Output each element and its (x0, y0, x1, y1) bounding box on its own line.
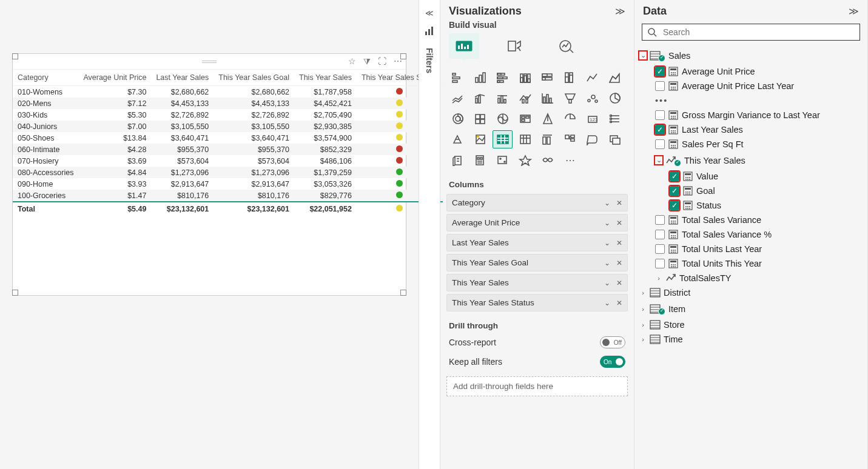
viz-type-29[interactable] (560, 130, 580, 148)
viz-type-21[interactable] (560, 110, 580, 128)
field-node[interactable]: ✓Goal (639, 184, 863, 198)
resize-handle-bl[interactable] (12, 290, 18, 296)
focus-icon[interactable]: ⛶ (378, 56, 386, 67)
viz-type-3[interactable] (515, 68, 535, 87)
viz-type-28[interactable] (537, 130, 557, 148)
viz-type-16[interactable] (448, 110, 468, 128)
table-node[interactable]: ›Store (639, 318, 863, 332)
viz-type-25[interactable] (470, 130, 490, 148)
collapse-icon[interactable]: ≪ (425, 8, 434, 18)
viz-type-24[interactable] (448, 130, 468, 148)
viz-type-5[interactable] (560, 68, 580, 87)
table-row[interactable]: 080-Accessories$4.84$1,273,096$1,273,096… (13, 167, 443, 178)
viz-type-32[interactable] (448, 151, 468, 169)
viz-type-13[interactable] (560, 89, 580, 107)
viz-type-0[interactable] (448, 68, 468, 87)
field-checkbox[interactable]: ✓ (655, 67, 665, 76)
column-pill[interactable]: Last Year Sales⌄✕ (446, 234, 628, 251)
column-pill[interactable]: Category⌄✕ (446, 194, 628, 211)
column-pill[interactable]: This Year Sales Status⌄✕ (446, 294, 628, 311)
remove-icon[interactable]: ✕ (616, 239, 622, 247)
viz-type-34[interactable] (493, 151, 513, 169)
viz-type-31[interactable] (605, 130, 625, 148)
remove-icon[interactable]: ✕ (616, 259, 622, 267)
col-header[interactable]: This Year Sales Goal (214, 70, 294, 86)
viz-type-22[interactable]: 123 (582, 110, 602, 128)
caret-icon[interactable]: › (639, 321, 647, 328)
search-input[interactable] (662, 27, 855, 38)
cross-report-toggle[interactable]: Off (600, 336, 625, 348)
build-visual-tab[interactable] (449, 33, 479, 59)
table-visual[interactable]: ☆ ⧩ ⛶ ⋯ CategoryAverage Unit PriceLast Y… (12, 53, 406, 296)
viz-type-10[interactable] (493, 89, 513, 107)
caret-icon[interactable]: › (639, 289, 647, 296)
col-header[interactable]: Category (13, 70, 78, 86)
table-row[interactable]: 090-Home$3.93$2,913,647$2,913,647$3,053,… (13, 178, 443, 190)
caret-icon[interactable]: › (639, 305, 647, 313)
viz-type-11[interactable] (515, 89, 535, 107)
search-box[interactable] (642, 24, 860, 41)
viz-type-26[interactable] (493, 130, 513, 148)
field-node[interactable]: ✓Value (639, 169, 863, 184)
viz-type-6[interactable] (582, 68, 602, 87)
caret-icon[interactable]: ⌄ (655, 156, 662, 164)
field-node[interactable]: Total Units This Year (639, 256, 863, 271)
columns-well[interactable]: Category⌄✕Average Unit Price⌄✕Last Year … (446, 194, 628, 314)
col-header[interactable]: Average Unit Price (78, 70, 151, 86)
table-node[interactable]: ›District (639, 285, 863, 300)
field-node[interactable]: Average Unit Price Last Year (639, 79, 863, 93)
drillthrough-dropzone[interactable]: Add drill-through fields here (446, 376, 628, 396)
remove-icon[interactable]: ✕ (616, 299, 622, 307)
table-node[interactable]: ⌄Sales (639, 47, 863, 64)
field-checkbox[interactable] (655, 230, 665, 239)
field-node[interactable]: Total Sales Variance % (639, 227, 863, 242)
viz-type-12[interactable] (537, 89, 557, 107)
filters-pane-collapsed[interactable]: ≪ Filters (419, 0, 440, 469)
chevron-down-icon[interactable]: ⌄ (604, 299, 610, 307)
field-checkbox[interactable]: ✓ (670, 201, 679, 210)
viz-type-18[interactable] (493, 110, 513, 128)
collapse-data-icon[interactable]: ≫ (849, 5, 859, 17)
field-node[interactable]: Sales Per Sq Ft (639, 137, 863, 151)
field-node[interactable]: ⌄This Year Sales (639, 151, 863, 169)
viz-type-17[interactable] (470, 110, 490, 128)
col-header[interactable]: Last Year Sales (151, 70, 214, 86)
remove-icon[interactable]: ✕ (616, 199, 622, 207)
field-node[interactable]: Gross Margin Variance to Last Year (639, 108, 863, 122)
table-row[interactable]: 020-Mens$7.12$4,453,133$4,453,133$4,452,… (13, 98, 443, 109)
viz-type-27[interactable] (515, 130, 535, 148)
field-node[interactable]: ›TotalSalesTY (639, 271, 863, 285)
viz-type-20[interactable] (537, 110, 557, 128)
table-node[interactable]: ›Time (639, 332, 863, 347)
column-pill[interactable]: Average Unit Price⌄✕ (446, 214, 628, 231)
field-checkbox[interactable] (655, 244, 665, 254)
visual-header[interactable]: ☆ ⧩ ⛶ ⋯ (13, 54, 406, 70)
drag-grip-icon[interactable] (202, 61, 217, 63)
keep-filters-toggle[interactable]: On (600, 356, 625, 368)
col-header[interactable]: This Year Sales (294, 70, 357, 86)
viz-type-14[interactable] (582, 89, 602, 107)
table-row[interactable]: 010-Womens$7.30$2,680,662$2,680,662$1,78… (13, 86, 443, 98)
field-checkbox[interactable] (655, 259, 665, 268)
field-node[interactable]: Total Sales Variance (639, 213, 863, 227)
pin-icon[interactable]: ☆ (348, 56, 356, 67)
viz-type-1[interactable] (470, 68, 490, 87)
table-row[interactable]: 050-Shoes$13.84$3,640,471$3,640,471$3,57… (13, 132, 443, 144)
viz-type-19[interactable] (515, 110, 535, 128)
resize-handle-br[interactable] (400, 290, 406, 296)
caret-icon[interactable]: › (655, 274, 662, 282)
table-row[interactable]: 070-Hosiery$3.69$573,604$573,604$486,106 (13, 155, 443, 167)
viz-type-15[interactable] (605, 89, 625, 107)
chevron-down-icon[interactable]: ⌄ (604, 259, 610, 267)
viz-type-2[interactable] (493, 68, 513, 87)
format-visual-tab[interactable] (500, 33, 530, 59)
viz-type-4[interactable] (537, 68, 557, 87)
collapse-viz-icon[interactable]: ≫ (615, 5, 625, 17)
caret-icon[interactable]: ⌄ (639, 52, 647, 59)
field-checkbox[interactable] (655, 110, 665, 120)
table-row[interactable]: 030-Kids$5.30$2,726,892$2,726,892$2,705,… (13, 109, 443, 121)
column-pill[interactable]: This Year Sales⌄✕ (446, 274, 628, 291)
chevron-down-icon[interactable]: ⌄ (604, 219, 610, 227)
field-node[interactable]: Total Units Last Year (639, 242, 863, 256)
viz-type-36[interactable] (537, 151, 557, 169)
